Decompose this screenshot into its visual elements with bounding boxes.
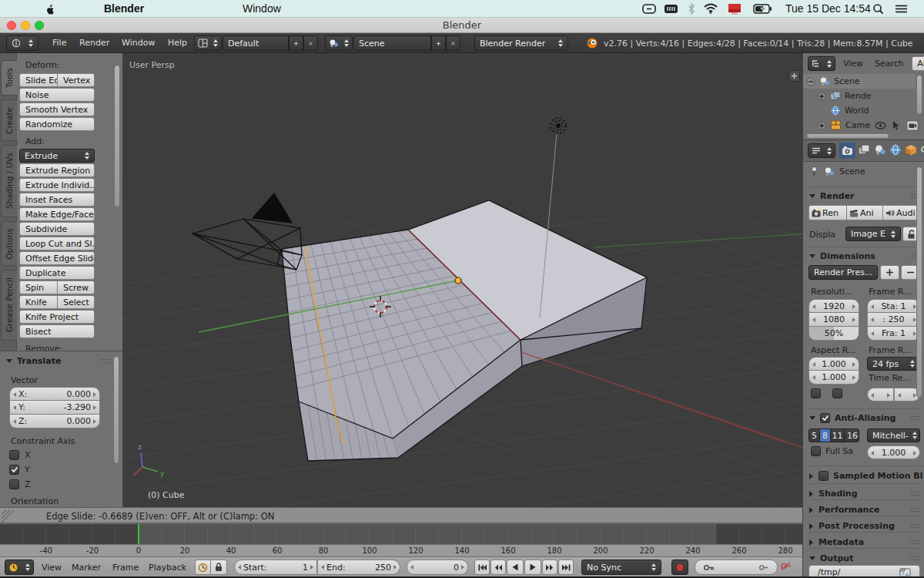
selected-vertex[interactable] bbox=[455, 277, 461, 284]
visibility-eye-icon[interactable] bbox=[875, 122, 886, 129]
render-animation-button[interactable]: Ani bbox=[847, 205, 883, 220]
display-mode-dropdown[interactable]: Image E bbox=[845, 227, 901, 241]
add-preset-button[interactable] bbox=[880, 265, 899, 280]
aa-samples-5[interactable]: 5 bbox=[809, 429, 820, 442]
frame-step-field[interactable]: Fra: 1 bbox=[867, 327, 920, 341]
tool-offset-edge-slide-button[interactable]: Offset Edge Slide bbox=[19, 251, 95, 265]
tab-tools[interactable]: Tools bbox=[1, 60, 17, 96]
keying-set-field[interactable] bbox=[695, 560, 778, 575]
menu-help[interactable]: Help bbox=[168, 38, 187, 48]
renderability-camera-icon[interactable] bbox=[906, 120, 919, 131]
antialiasing-checkbox[interactable] bbox=[820, 413, 830, 423]
battery-icon[interactable] bbox=[753, 4, 772, 14]
bluetooth-icon[interactable] bbox=[688, 3, 695, 15]
tab-grease-pencil[interactable]: Grease Pencil bbox=[1, 270, 17, 341]
wifi-icon[interactable] bbox=[704, 3, 718, 14]
scene-name-field[interactable]: Scene bbox=[353, 35, 431, 51]
focus-mode-icon[interactable] bbox=[642, 4, 656, 14]
aspect-x-field[interactable]: 1.000 bbox=[808, 357, 859, 371]
tool-make-edge-face-button[interactable]: Make Edge/Face bbox=[19, 207, 95, 221]
outliner-editor-selector[interactable] bbox=[808, 56, 835, 71]
tab-constraints[interactable] bbox=[920, 144, 924, 156]
outliner-all-button[interactable]: All bbox=[912, 56, 924, 71]
next-keyframe-button[interactable] bbox=[542, 560, 557, 575]
tool-screw-button[interactable]: Screw bbox=[58, 281, 95, 294]
tool-knife-project-button[interactable]: Knife Project bbox=[19, 310, 95, 324]
tool-slide-edge-button[interactable]: Slide Ed bbox=[19, 73, 58, 87]
outliner-row-camera[interactable]: Came bbox=[803, 118, 924, 133]
apple-logo-icon[interactable] bbox=[45, 3, 55, 15]
spotlight-search-icon[interactable] bbox=[872, 3, 884, 15]
crop-checkbox[interactable] bbox=[832, 388, 842, 398]
aa-samples-8[interactable]: 8 bbox=[820, 429, 831, 442]
collapse-icon[interactable] bbox=[806, 77, 815, 86]
constraint-y-checkbox[interactable]: Y bbox=[9, 465, 30, 475]
full-sample-checkbox[interactable]: Full Sa bbox=[811, 446, 853, 456]
pin-icon[interactable] bbox=[809, 166, 819, 176]
output-panel-header[interactable]: Output bbox=[809, 548, 920, 563]
tab-render-layers[interactable] bbox=[858, 144, 870, 156]
tab-object[interactable] bbox=[905, 144, 917, 156]
timeline-menu-playback[interactable]: Playback bbox=[149, 563, 186, 573]
timeline-editor-selector[interactable] bbox=[5, 560, 34, 575]
input-source-icon[interactable]: PRO bbox=[728, 3, 742, 15]
jump-to-start-button[interactable] bbox=[474, 560, 490, 575]
outliner-menu-search[interactable]: Search bbox=[875, 59, 904, 69]
resize-grip-icon[interactable] bbox=[2, 510, 14, 523]
breadcrumb-scene-label[interactable]: Scene bbox=[839, 166, 865, 176]
vector-z-field[interactable]: Z:0.000 bbox=[9, 415, 100, 428]
post-processing-panel-header[interactable]: Post Processing bbox=[809, 516, 920, 531]
constraint-x-checkbox[interactable]: X bbox=[9, 450, 31, 460]
expand-icon[interactable] bbox=[817, 92, 826, 101]
render-panel-header[interactable]: Render bbox=[809, 187, 920, 201]
tab-shading-uvs[interactable]: Shading / UVs bbox=[1, 145, 17, 217]
timeline-playhead[interactable] bbox=[138, 524, 139, 544]
lock-frame-toggle[interactable] bbox=[211, 560, 227, 575]
tab-options[interactable]: Options bbox=[1, 221, 17, 266]
scene-icon-button[interactable] bbox=[325, 35, 353, 51]
tab-world[interactable] bbox=[889, 144, 902, 156]
vector-y-field[interactable]: Y:-3.290 bbox=[9, 401, 100, 415]
extrude-dropdown[interactable]: Extrude bbox=[19, 149, 95, 163]
expand-icon[interactable] bbox=[817, 121, 826, 130]
window-titlebar[interactable]: Blender bbox=[0, 18, 924, 33]
render-presets-dropdown[interactable]: Render Pres... bbox=[808, 265, 878, 280]
resolution-x-field[interactable]: 1920 bbox=[808, 299, 859, 313]
timeline-menu-marker[interactable]: Marker bbox=[72, 563, 101, 573]
tool-noise-button[interactable]: Noise bbox=[19, 88, 95, 102]
timeline-region[interactable]: -40 -20 0 20 40 60 80 100 120 140 160 18… bbox=[0, 524, 802, 556]
add-layout-button[interactable] bbox=[289, 35, 303, 51]
menu-file[interactable]: File bbox=[52, 38, 66, 48]
sync-mode-dropdown[interactable]: No Sync bbox=[581, 560, 661, 575]
close-window-button[interactable] bbox=[7, 21, 16, 30]
current-frame-input[interactable]: 0 bbox=[407, 560, 468, 575]
tool-smooth-vertex-button[interactable]: Smooth Vertex bbox=[19, 102, 95, 116]
menu-render[interactable]: Render bbox=[79, 38, 109, 48]
viewport-3d[interactable]: z y User Persp (0) Cube bbox=[123, 53, 802, 507]
timeline-ruler[interactable]: -40 -20 0 20 40 60 80 100 120 140 160 18… bbox=[0, 544, 802, 556]
delete-scene-button[interactable] bbox=[446, 35, 460, 51]
translate-panel-header[interactable]: Translate bbox=[6, 356, 111, 366]
delete-layout-button[interactable] bbox=[303, 35, 318, 51]
tool-bisect-button[interactable]: Bisect bbox=[19, 324, 95, 338]
dimensions-panel-header[interactable]: Dimensions bbox=[809, 247, 920, 261]
constraint-z-checkbox[interactable]: Z bbox=[9, 479, 31, 489]
menu-window[interactable]: Window bbox=[122, 38, 155, 48]
aspect-y-field[interactable]: 1.000 bbox=[808, 371, 859, 385]
file-browse-icon[interactable] bbox=[899, 567, 911, 577]
properties-vscrollbar[interactable] bbox=[916, 166, 922, 398]
resolution-y-field[interactable]: 1080 bbox=[808, 313, 859, 327]
border-checkbox[interactable] bbox=[811, 388, 821, 398]
motion-blur-checkbox[interactable] bbox=[819, 471, 829, 481]
outliner-row-scene[interactable]: Scene bbox=[803, 74, 916, 89]
metadata-panel-header[interactable]: Metadata bbox=[809, 532, 920, 547]
minimize-window-button[interactable] bbox=[21, 21, 30, 30]
tool-select-button[interactable]: Select bbox=[58, 295, 95, 309]
auto-keyframe-record-button[interactable] bbox=[671, 560, 688, 575]
timeline-menu-view[interactable]: View bbox=[42, 563, 62, 573]
aa-filter-size-field[interactable]: 1.000 bbox=[867, 445, 920, 459]
tool-spin-button[interactable]: Spin bbox=[19, 281, 58, 294]
tab-create[interactable]: Create bbox=[1, 99, 17, 141]
notification-center-icon[interactable] bbox=[895, 5, 908, 13]
previous-keyframe-button[interactable] bbox=[490, 560, 506, 575]
